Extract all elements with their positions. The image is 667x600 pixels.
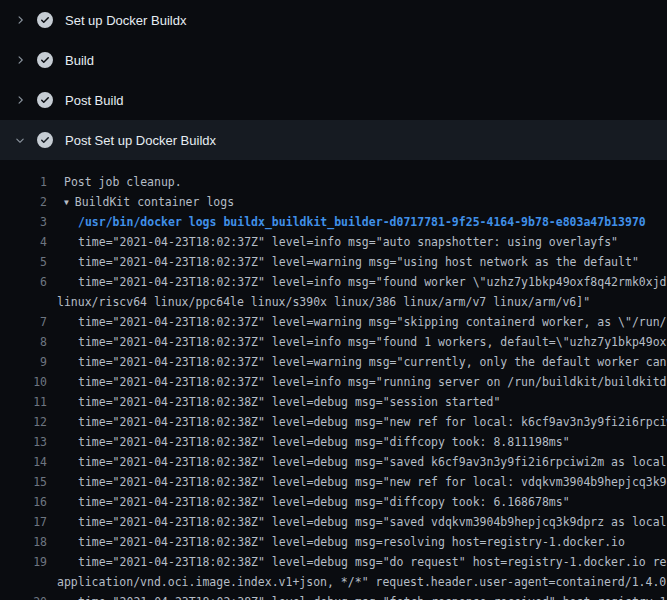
check-circle-icon [37, 12, 53, 28]
step-row-post-build[interactable]: Post Build [0, 80, 667, 120]
log-row: 4time="2021-04-23T18:02:37Z" level=info … [0, 232, 667, 252]
line-number[interactable]: 10 [0, 372, 47, 392]
line-number[interactable]: 18 [0, 532, 47, 552]
chevron-right-icon [13, 13, 27, 27]
line-number[interactable]: 20 [0, 592, 47, 600]
line-number[interactable]: 5 [0, 252, 47, 272]
line-number[interactable]: 19 [0, 552, 47, 572]
log-text: time="2021-04-23T18:02:38Z" level=debug … [57, 472, 667, 492]
line-number[interactable]: 15 [0, 472, 47, 492]
log-row: 3/usr/bin/docker logs buildx_buildkit_bu… [0, 212, 667, 232]
line-number[interactable]: 7 [0, 312, 47, 332]
log-row: 11time="2021-04-23T18:02:38Z" level=debu… [0, 392, 667, 412]
log-command-text: /usr/bin/docker logs buildx_buildkit_bui… [57, 212, 646, 232]
check-circle-icon [37, 92, 53, 108]
log-row: 2▼BuildKit container logs [0, 192, 667, 212]
log-text: time="2021-04-23T18:02:37Z" level=warnin… [57, 252, 639, 272]
log-row: 13time="2021-04-23T18:02:38Z" level=debu… [0, 432, 667, 452]
check-circle-icon [37, 132, 53, 148]
log-row: linux/riscv64 linux/ppc64le linux/s390x … [0, 292, 667, 312]
line-number[interactable]: 6 [0, 272, 47, 292]
log-area: 1Post job cleanup.2▼BuildKit container l… [0, 160, 667, 600]
log-text: Post job cleanup. [57, 172, 182, 192]
check-circle-icon [37, 52, 53, 68]
log-row: 19time="2021-04-23T18:02:38Z" level=debu… [0, 552, 667, 572]
line-number[interactable]: 16 [0, 492, 47, 512]
line-number[interactable]: 8 [0, 332, 47, 352]
log-row: application/vnd.oci.image.index.v1+json,… [0, 572, 667, 592]
line-number[interactable]: 11 [0, 392, 47, 412]
log-group-header[interactable]: ▼BuildKit container logs [57, 192, 234, 212]
log-text: time="2021-04-23T18:02:38Z" level=debug … [57, 432, 570, 452]
log-text: time="2021-04-23T18:02:38Z" level=debug … [57, 492, 570, 512]
step-row-build[interactable]: Build [0, 40, 667, 80]
log-row: 6time="2021-04-23T18:02:37Z" level=info … [0, 272, 667, 292]
log-row: 5time="2021-04-23T18:02:37Z" level=warni… [0, 252, 667, 272]
log-text: time="2021-04-23T18:02:38Z" level=debug … [57, 452, 667, 472]
line-number[interactable]: 9 [0, 352, 47, 372]
line-number [0, 572, 47, 592]
group-toggle-icon[interactable]: ▼ [64, 193, 69, 213]
line-number[interactable]: 13 [0, 432, 47, 452]
step-label: Set up Docker Buildx [65, 13, 186, 28]
log-row: 12time="2021-04-23T18:02:38Z" level=debu… [0, 412, 667, 432]
log-text: time="2021-04-23T18:02:37Z" level=info m… [57, 372, 667, 392]
step-list: Set up Docker BuildxBuildPost BuildPost … [0, 0, 667, 160]
line-number [0, 292, 47, 312]
log-text: application/vnd.oci.image.index.v1+json,… [57, 572, 666, 592]
chevron-right-icon [13, 53, 27, 67]
log-row: 10time="2021-04-23T18:02:37Z" level=info… [0, 372, 667, 392]
step-label: Build [65, 53, 94, 68]
log-row: 14time="2021-04-23T18:02:38Z" level=debu… [0, 452, 667, 472]
actions-log-viewer: Set up Docker BuildxBuildPost BuildPost … [0, 0, 667, 600]
log-row: 18time="2021-04-23T18:02:38Z" level=debu… [0, 532, 667, 552]
log-text: time="2021-04-23T18:02:37Z" level=warnin… [57, 312, 667, 332]
log-row: 7time="2021-04-23T18:02:37Z" level=warni… [0, 312, 667, 332]
log-text: time="2021-04-23T18:02:37Z" level=info m… [57, 272, 667, 292]
step-row-set-up-docker-buildx[interactable]: Set up Docker Buildx [0, 0, 667, 40]
line-number[interactable]: 4 [0, 232, 47, 252]
chevron-right-icon [13, 93, 27, 107]
log-row: 8time="2021-04-23T18:02:37Z" level=info … [0, 332, 667, 352]
log-text: time="2021-04-23T18:02:37Z" level=warnin… [57, 352, 667, 372]
log-text: time="2021-04-23T18:02:37Z" level=info m… [57, 232, 618, 252]
step-label: Post Set up Docker Buildx [65, 133, 216, 148]
step-label: Post Build [65, 93, 124, 108]
log-row: 16time="2021-04-23T18:02:38Z" level=debu… [0, 492, 667, 512]
log-text: time="2021-04-23T18:02:38Z" level=debug … [57, 512, 667, 532]
log-text: time="2021-04-23T18:02:37Z" level=info m… [57, 332, 667, 352]
chevron-down-icon [13, 133, 27, 147]
log-text: time="2021-04-23T18:02:38Z" level=debug … [57, 392, 500, 412]
line-number[interactable]: 1 [0, 172, 47, 192]
step-row-post-set-up-docker-buildx[interactable]: Post Set up Docker Buildx [0, 120, 667, 160]
log-row: 9time="2021-04-23T18:02:37Z" level=warni… [0, 352, 667, 372]
log-text: time="2021-04-23T18:02:38Z" level=debug … [57, 552, 667, 572]
log-text: time="2021-04-23T18:02:38Z" level=debug … [57, 412, 667, 432]
log-text: time="2021-04-23T18:02:38Z" level=debug … [57, 532, 625, 552]
log-row: 20time="2021-04-23T18:02:38Z" level=debu… [0, 592, 667, 600]
log-row: 1Post job cleanup. [0, 172, 667, 192]
log-row: 17time="2021-04-23T18:02:38Z" level=debu… [0, 512, 667, 532]
line-number[interactable]: 2 [0, 192, 47, 212]
group-title: BuildKit container logs [75, 195, 234, 209]
log-text: linux/riscv64 linux/ppc64le linux/s390x … [57, 292, 590, 312]
log-text: time="2021-04-23T18:02:38Z" level=debug … [57, 592, 667, 600]
line-number[interactable]: 12 [0, 412, 47, 432]
log-row: 15time="2021-04-23T18:02:38Z" level=debu… [0, 472, 667, 492]
line-number[interactable]: 14 [0, 452, 47, 472]
line-number[interactable]: 3 [0, 212, 47, 232]
line-number[interactable]: 17 [0, 512, 47, 532]
